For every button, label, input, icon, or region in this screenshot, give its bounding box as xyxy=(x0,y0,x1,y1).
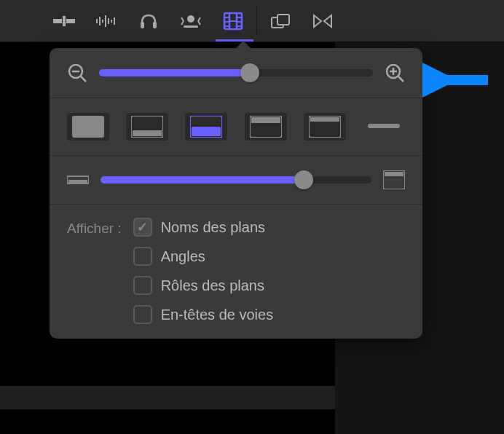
clip-display-0[interactable] xyxy=(67,113,109,141)
clip-display-5[interactable] xyxy=(363,113,405,141)
snap-icon xyxy=(53,14,75,28)
color-balance-tool[interactable] xyxy=(175,7,207,36)
svg-rect-6 xyxy=(105,15,106,27)
svg-rect-10 xyxy=(141,22,144,28)
color-balance-icon xyxy=(180,13,202,29)
svg-rect-35 xyxy=(133,130,162,136)
check-roles[interactable]: Rôles des plans xyxy=(133,276,274,295)
headphones-tool[interactable] xyxy=(133,7,165,36)
svg-line-28 xyxy=(81,76,86,82)
overlap-icon xyxy=(270,13,291,29)
range-tool[interactable] xyxy=(264,7,296,36)
check-lane-headers[interactable]: En-têtes de voies xyxy=(133,305,274,324)
large-clip-icon xyxy=(383,170,405,189)
clip-display-row xyxy=(50,98,422,156)
check-clip-names[interactable]: Noms des plans xyxy=(133,218,274,237)
small-clip-icon xyxy=(67,173,89,186)
svg-rect-25 xyxy=(277,15,289,25)
filmstrip-icon xyxy=(223,12,243,31)
skip-tool[interactable] xyxy=(307,7,339,36)
svg-rect-8 xyxy=(111,20,112,23)
svg-line-32 xyxy=(398,76,403,82)
clip-display-1[interactable] xyxy=(126,113,168,141)
zoom-out-icon[interactable] xyxy=(67,63,87,83)
svg-rect-13 xyxy=(184,25,198,28)
height-slider-thumb[interactable] xyxy=(294,170,313,189)
svg-rect-39 xyxy=(251,117,280,123)
checkbox-clip-names[interactable] xyxy=(133,218,152,237)
svg-rect-5 xyxy=(102,20,103,23)
callout-arrow xyxy=(422,62,495,98)
svg-rect-44 xyxy=(68,180,87,183)
show-label: Afficher : xyxy=(67,218,122,324)
clip-display-3[interactable] xyxy=(245,113,287,141)
svg-point-12 xyxy=(187,15,194,23)
svg-rect-33 xyxy=(72,116,104,138)
skip-icon xyxy=(312,14,333,28)
svg-rect-2 xyxy=(63,16,66,26)
snap-tool[interactable] xyxy=(48,7,80,36)
show-options: Afficher : Noms des plans Angles Rôles d… xyxy=(50,205,422,327)
svg-rect-4 xyxy=(99,17,101,25)
svg-rect-37 xyxy=(192,127,221,136)
waveform-icon xyxy=(95,14,117,28)
filmstrip-tool[interactable] xyxy=(217,7,249,36)
clip-appearance-popover: Afficher : Noms des plans Angles Rôles d… xyxy=(50,48,422,339)
zoom-slider-thumb[interactable] xyxy=(240,63,259,82)
zoom-slider[interactable] xyxy=(99,69,373,76)
height-slider[interactable] xyxy=(101,176,371,184)
svg-rect-42 xyxy=(368,124,400,128)
toolbar xyxy=(0,0,504,42)
svg-rect-3 xyxy=(96,19,98,23)
svg-rect-41 xyxy=(310,117,339,122)
headphones-icon xyxy=(139,12,158,30)
svg-rect-0 xyxy=(53,19,62,23)
svg-rect-7 xyxy=(108,18,109,24)
svg-rect-1 xyxy=(66,19,75,23)
check-angles[interactable]: Angles xyxy=(133,247,274,266)
checkbox-roles[interactable] xyxy=(133,276,152,295)
audio-wave-tool[interactable] xyxy=(90,7,122,36)
checkbox-angles[interactable] xyxy=(133,247,152,266)
zoom-in-icon[interactable] xyxy=(385,63,405,83)
clip-display-4[interactable] xyxy=(304,113,346,141)
clip-display-2[interactable] xyxy=(185,113,227,141)
svg-rect-11 xyxy=(153,22,157,28)
svg-rect-46 xyxy=(385,172,403,176)
svg-rect-9 xyxy=(114,17,115,25)
checkbox-lane-headers[interactable] xyxy=(133,305,152,324)
